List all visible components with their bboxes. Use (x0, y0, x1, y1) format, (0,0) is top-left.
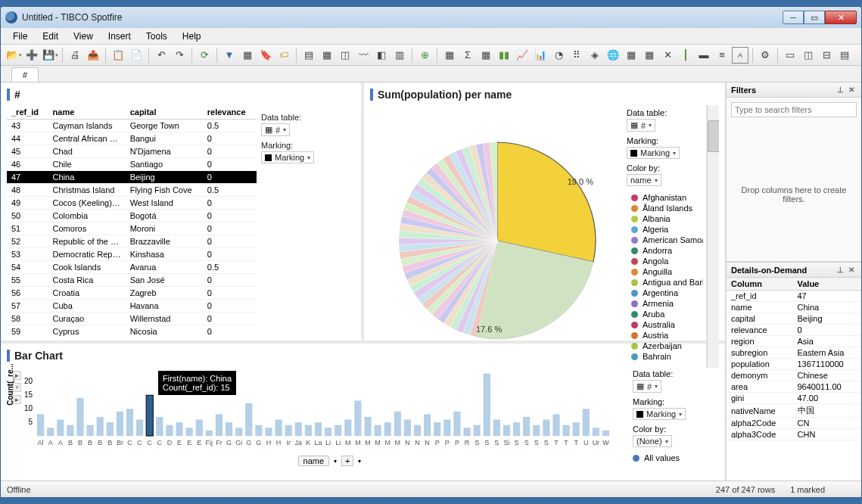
legend-item[interactable]: Aruba (627, 309, 703, 319)
close-button[interactable]: ✕ (825, 11, 857, 24)
parallel2-icon[interactable]: ≡ (714, 47, 730, 64)
col-header[interactable]: _ref_id (7, 105, 48, 120)
table-row[interactable]: 51ComorosMoroni0 (7, 222, 257, 235)
undo-icon[interactable]: ↶ (153, 47, 170, 64)
pie-legend[interactable]: AfghanistanÅland IslandsAlbaniaAlgeriaAm… (627, 189, 703, 365)
redo-icon[interactable]: ↷ (171, 47, 188, 64)
cfg-datatable-select[interactable]: ▦ # ▾ (261, 123, 290, 136)
table-row[interactable]: 55Costa RicaSan José0 (7, 274, 257, 287)
legend-item[interactable]: Andorra (627, 245, 703, 256)
table-vis-icon[interactable]: ▤ (300, 47, 317, 64)
kpi-icon[interactable]: ◧ (373, 47, 390, 64)
settings-icon[interactable]: ⚙ (757, 47, 773, 64)
dod-row[interactable]: regionAsia (727, 336, 861, 347)
pie-chart[interactable]: 19.0 % 17.6 % (370, 105, 624, 368)
legend-item[interactable]: Anguilla (627, 266, 703, 277)
col-header[interactable]: name (48, 105, 126, 120)
save-icon[interactable]: 💾▾ (42, 47, 58, 64)
dod-row[interactable]: alpha2CodeCN (727, 418, 861, 429)
pin-icon[interactable]: ⊥ (835, 266, 846, 274)
table-row[interactable]: 43Cayman IslandsGeorge Town0.5 (7, 120, 257, 132)
refresh-icon[interactable]: ⟳ (196, 47, 213, 64)
dod-row[interactable]: alpha3CodeCHN (727, 429, 861, 440)
table-row[interactable]: 57CubaHavana0 (7, 300, 257, 313)
dod-row[interactable]: relevance0 (727, 325, 861, 336)
bar-chart-icon[interactable]: ▮▮ (496, 47, 512, 64)
parallel-icon[interactable]: ▥ (391, 47, 408, 64)
filters-header[interactable]: Filters ⊥ ✕ (727, 82, 861, 98)
pin-icon[interactable]: ⊥ (835, 86, 846, 94)
grid-icon[interactable]: ▦ (441, 47, 458, 64)
pie-colorby-select[interactable]: name ▾ (627, 174, 661, 186)
table-row[interactable]: 53Democratic Repu...Kinshasa0 (7, 248, 257, 261)
table-row[interactable]: 49Cocos (Keeling) I...West Island0 (7, 197, 257, 210)
text-area-icon[interactable]: A (732, 47, 748, 64)
yaxis-controls[interactable]: ▸+▸ (13, 371, 21, 404)
menu-edit[interactable]: Edit (36, 30, 64, 43)
cross-icon[interactable]: ▦ (478, 47, 494, 64)
maximize-button[interactable]: ▭ (804, 11, 825, 24)
legend-item[interactable]: Algeria (627, 224, 703, 235)
legend-item[interactable]: Åland Islands (627, 203, 703, 213)
menu-view[interactable]: View (67, 30, 99, 43)
filter-icon[interactable]: ▼ (221, 47, 238, 64)
boxplot-icon[interactable]: ┃ (677, 47, 694, 64)
table-row[interactable]: 45ChadN'Djamena0 (7, 145, 257, 158)
dod-row[interactable]: nameChina (727, 302, 861, 313)
table-row[interactable]: 50ColombiaBogotá0 (7, 210, 257, 222)
col-header[interactable]: capital (126, 105, 203, 120)
menu-insert[interactable]: Insert (102, 30, 137, 43)
pie-marking-select[interactable]: Marking ▾ (627, 147, 680, 159)
legend-item[interactable]: Afghanistan (627, 192, 703, 203)
dod-table[interactable]: ColumnValue_ref_id47nameChinacapitalBeij… (727, 278, 861, 481)
line-chart-icon[interactable]: 📈 (514, 47, 531, 64)
cfg-marking-select[interactable]: Marking ▾ (261, 151, 314, 163)
table-row[interactable]: 44Central African R...Bangui0 (7, 132, 257, 145)
pie-datatable-select[interactable]: ▦ # ▾ (627, 119, 655, 132)
layout3-icon[interactable]: ⊟ (818, 47, 835, 64)
table-row[interactable]: 52Republic of the C...Brazzaville0 (7, 235, 257, 248)
paste-icon[interactable]: 📄 (128, 47, 145, 64)
close-panel-icon[interactable]: ✕ (846, 266, 857, 274)
dod-row[interactable]: area9640011.00 (727, 381, 861, 393)
minimize-button[interactable]: ─ (783, 11, 804, 24)
table-row[interactable]: 58CuraçaoWillemstad0 (7, 313, 257, 325)
layout1-icon[interactable]: ▭ (782, 47, 798, 64)
bar-colorby-select[interactable]: (None) ▾ (633, 435, 672, 447)
summary-icon[interactable]: Σ (459, 47, 476, 64)
menu-file[interactable]: File (7, 30, 33, 43)
scatter3d-icon[interactable]: ◈ (587, 47, 603, 64)
layout2-icon[interactable]: ◫ (800, 47, 817, 64)
table-row[interactable]: 48Christmas IslandFlying Fish Cove0.5 (7, 184, 257, 197)
menu-tools[interactable]: Tools (140, 30, 173, 43)
legend-item[interactable]: American Samoa (627, 235, 703, 245)
filter-search-input[interactable] (731, 102, 857, 117)
bar-xaxis-control[interactable]: name▾ +▾ (37, 456, 622, 466)
table-row[interactable]: 59CyprusNicosia0 (7, 325, 257, 338)
combo-chart-icon[interactable]: 📊 (532, 47, 549, 64)
open-icon[interactable]: 📂▾ (5, 47, 22, 64)
details-icon[interactable]: ▦ (239, 47, 256, 64)
data-table[interactable]: _ref_idnamecapitalrelevance43Cayman Isla… (7, 105, 257, 338)
copy-icon[interactable]: 📋 (110, 47, 126, 64)
new-page-icon[interactable]: ⊕ (416, 47, 433, 64)
menu-help[interactable]: Help (176, 30, 207, 43)
dod-row[interactable]: _ref_id47 (727, 291, 861, 302)
filter-dropzone[interactable]: Drop columns here to create filters. (731, 185, 857, 204)
graphical-table-icon[interactable]: ◫ (337, 47, 353, 64)
print-icon[interactable]: 🖨 (67, 47, 83, 64)
waterfall-icon[interactable]: ▬ (696, 47, 712, 64)
map-icon[interactable]: 🌐 (605, 47, 621, 64)
table-row[interactable]: 46ChileSantiago0 (7, 158, 257, 171)
legend-item[interactable]: Argentina (627, 288, 703, 298)
tag-icon[interactable]: 🏷 (275, 47, 292, 64)
table-row[interactable]: 56CroatiaZagreb0 (7, 287, 257, 300)
table-row[interactable]: 54Cook IslandsAvarua0.5 (7, 261, 257, 274)
pie-chart-icon[interactable]: ◔ (550, 47, 567, 64)
page-tab[interactable]: # (11, 67, 39, 82)
dod-row[interactable]: nativeName中国 (727, 404, 861, 418)
legend-item[interactable]: Antigua and Barbuda (627, 277, 703, 288)
export-icon[interactable]: 📤 (85, 47, 101, 64)
dod-row[interactable]: subregionEastern Asia (727, 347, 861, 359)
line-chart2-icon[interactable]: 〰 (355, 47, 372, 64)
